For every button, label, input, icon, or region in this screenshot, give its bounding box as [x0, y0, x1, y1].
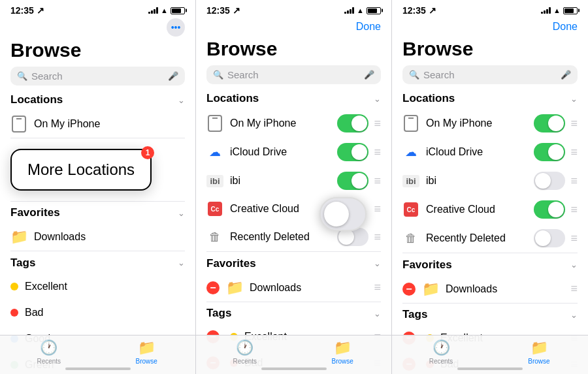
locations-header-1: Locations ⌄: [0, 93, 195, 110]
chevron-icon-fav-3: ⌄: [570, 260, 578, 270]
drag-handle-onmyphone-3[interactable]: ≡: [570, 117, 578, 131]
favorites-header-2: Favorites ⌄: [196, 257, 391, 274]
status-icons-2: ▲: [344, 7, 381, 14]
recently-deleted-item-3[interactable]: 🗑 Recently Deleted ≡: [392, 224, 588, 253]
recents-icon-1: 🕐: [40, 339, 57, 356]
tag-bad-1[interactable]: Bad: [0, 300, 195, 326]
drag-handle-icloud[interactable]: ≡: [374, 146, 381, 159]
drag-handle-trash-3[interactable]: ≡: [570, 232, 578, 245]
locations-title-1: Locations: [10, 93, 63, 106]
ibi-label-2: ibi: [230, 175, 331, 187]
folder-icon-2: 📁: [226, 279, 243, 296]
downloads-item-2[interactable]: − 📁 Downloads ≡: [196, 274, 391, 302]
more-locations-overlay[interactable]: More Locations 1: [10, 149, 152, 191]
search-icon-3: 🔍: [409, 70, 419, 80]
battery-icon: [171, 7, 185, 14]
mic-icon-2: 🎤: [364, 70, 374, 80]
favorites-title-1: Favorites: [10, 206, 60, 219]
toggle-onmyphone-3[interactable]: [534, 114, 565, 132]
icloud-item-2[interactable]: ☁ iCloud Drive ≡: [196, 138, 391, 166]
tag-excellent-label-1: Excellent: [25, 281, 185, 292]
cc-item-2[interactable]: Cc Creative Cloud ≡: [196, 195, 391, 223]
search-placeholder-3: Search: [423, 69, 557, 80]
recents-icon-2: 🕐: [236, 339, 253, 356]
onmyphone-item-1[interactable]: On My iPhone: [0, 110, 195, 138]
tags-header-2: Tags ⌄: [196, 307, 391, 324]
drag-handle-downloads-3[interactable]: ≡: [570, 282, 578, 296]
drag-handle-cc-3[interactable]: ≡: [570, 203, 578, 217]
drag-handle-icloud-3[interactable]: ≡: [570, 146, 578, 159]
drag-handle-cc[interactable]: ≡: [374, 202, 381, 216]
toggle-knob-zoomed: [324, 202, 349, 226]
phone-frame-1: 12:35 ↗ ▲ ••• Browse 🔍 Search 🎤 Location…: [0, 0, 196, 374]
chevron-icon-tags-1: ⌄: [178, 258, 185, 268]
home-indicator-2: [261, 367, 327, 370]
toggle-ibi-3[interactable]: [534, 172, 565, 190]
dot-red-1: [10, 309, 18, 317]
minus-btn-downloads-2[interactable]: −: [206, 281, 220, 294]
downloads-item-1[interactable]: 📁 Downloads: [0, 223, 195, 251]
ibi-item-2[interactable]: ibi ibi ≡: [196, 166, 391, 195]
recents-label-3: Recents: [429, 358, 453, 365]
favorites-header-1: Favorites ⌄: [0, 206, 195, 223]
browse-icon-2: 📁: [334, 339, 351, 356]
chevron-icon-fav-1: ⌄: [178, 208, 185, 218]
status-bar-1: 12:35 ↗ ▲: [0, 0, 195, 18]
status-bar-2: 12:35 ↗ ▲: [196, 0, 391, 18]
phone-frame-3: 12:35 ↗ ▲ Done Browse 🔍 Search 🎤 Locatio…: [392, 0, 588, 374]
recents-label-2: Recents: [233, 358, 257, 365]
tags-header-1: Tags ⌄: [0, 257, 195, 273]
onmyphone-item-3[interactable]: On My iPhone ≡: [392, 109, 588, 138]
toggle-icloud-3[interactable]: [534, 143, 565, 161]
recently-deleted-item-2[interactable]: 🗑 Recently Deleted ≡: [196, 223, 391, 251]
more-button[interactable]: •••: [167, 18, 185, 37]
onmyphone-icon-3: [402, 115, 419, 132]
more-locations-text: More Locations: [27, 161, 135, 179]
toggle-onmyphone-2[interactable]: [337, 114, 368, 132]
folder-icon-1: 📁: [10, 228, 27, 245]
icloud-item-3[interactable]: ☁ iCloud Drive ≡: [392, 138, 588, 166]
done-button-2[interactable]: Done: [356, 21, 381, 33]
search-placeholder-2: Search: [227, 69, 360, 80]
onmyphone-item-2[interactable]: On My iPhone ≡: [196, 109, 391, 138]
toggle-ibi-2[interactable]: [337, 172, 368, 190]
page-title-1: Browse: [0, 39, 195, 67]
cc-item-3[interactable]: Cc Creative Cloud ≡: [392, 195, 588, 224]
ibi-item-3[interactable]: ibi ibi ≡: [392, 166, 588, 195]
onmyphone-right-2: ≡: [337, 114, 381, 132]
browse-icon-3: 📁: [531, 339, 548, 356]
downloads-label-2: Downloads: [250, 282, 367, 294]
search-bar-1[interactable]: 🔍 Search 🎤: [10, 67, 185, 86]
search-bar-3[interactable]: 🔍 Search 🎤: [402, 65, 578, 84]
cc-label-3: Creative Cloud: [426, 204, 527, 215]
chevron-icon-fav-2: ⌄: [374, 258, 381, 268]
downloads-item-3[interactable]: − 📁 Downloads ≡: [392, 275, 588, 303]
drag-handle-downloads[interactable]: ≡: [374, 281, 381, 294]
ibi-label-3: ibi: [426, 175, 527, 187]
toggle-cc-zoomed-2[interactable]: [319, 197, 367, 231]
drag-handle-ibi[interactable]: ≡: [374, 174, 381, 188]
search-bar-2[interactable]: 🔍 Search 🎤: [206, 65, 381, 84]
locations-title-3: Locations: [402, 92, 455, 105]
toggle-recently-deleted-3[interactable]: [534, 229, 565, 247]
nav-bar-3: Done: [392, 18, 588, 38]
phone-device-icon: [12, 116, 26, 132]
minus-btn-downloads-3[interactable]: −: [402, 283, 416, 296]
drag-handle-ibi-3[interactable]: ≡: [570, 174, 578, 188]
trash-icon-2: 🗑: [206, 228, 223, 245]
icloud-right-2: ≡: [337, 143, 381, 161]
search-icon-1: 🔍: [17, 71, 27, 81]
page-title-2: Browse: [196, 38, 391, 65]
drag-handle[interactable]: ≡: [374, 117, 381, 131]
drag-handle-trash[interactable]: ≡: [374, 230, 381, 244]
cc-right-3: ≡: [534, 200, 578, 219]
favorites-header-3: Favorites ⌄: [392, 258, 588, 275]
browse-label-3: Browse: [528, 358, 549, 365]
toggle-cc-3[interactable]: [534, 200, 565, 219]
search-placeholder-1: Search: [31, 70, 164, 82]
wifi-icon: ▲: [161, 7, 168, 14]
done-button-3[interactable]: Done: [553, 21, 578, 33]
tag-excellent-1[interactable]: Excellent: [0, 273, 195, 300]
toggle-icloud-2[interactable]: [337, 143, 368, 161]
battery-icon-2: [367, 7, 381, 14]
